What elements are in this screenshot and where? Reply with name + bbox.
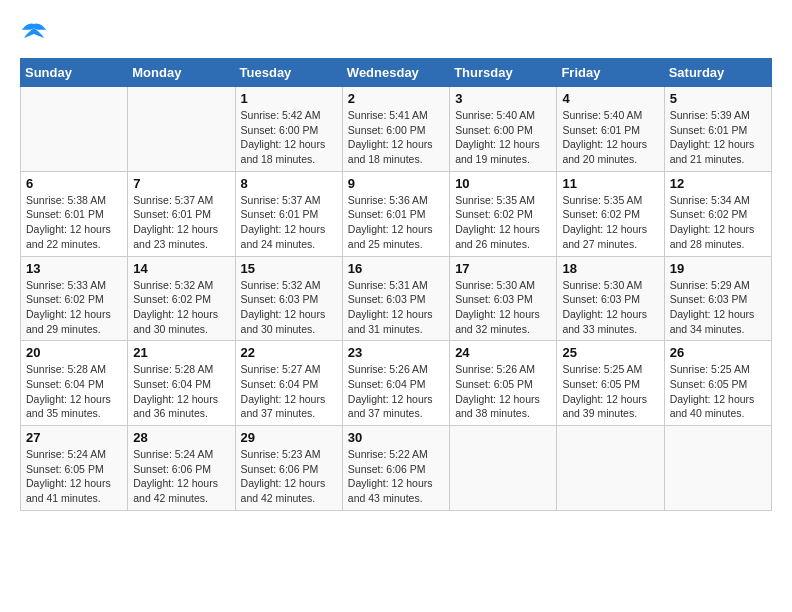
calendar-empty-cell — [450, 426, 557, 511]
calendar-day-cell: 2Sunrise: 5:41 AM Sunset: 6:00 PM Daylig… — [342, 87, 449, 172]
day-number: 8 — [241, 176, 337, 191]
day-info: Sunrise: 5:32 AM Sunset: 6:03 PM Dayligh… — [241, 278, 337, 337]
calendar-day-cell: 8Sunrise: 5:37 AM Sunset: 6:01 PM Daylig… — [235, 171, 342, 256]
day-info: Sunrise: 5:34 AM Sunset: 6:02 PM Dayligh… — [670, 193, 766, 252]
calendar-day-cell: 17Sunrise: 5:30 AM Sunset: 6:03 PM Dayli… — [450, 256, 557, 341]
day-number: 26 — [670, 345, 766, 360]
day-info: Sunrise: 5:28 AM Sunset: 6:04 PM Dayligh… — [26, 362, 122, 421]
day-info: Sunrise: 5:30 AM Sunset: 6:03 PM Dayligh… — [455, 278, 551, 337]
day-number: 4 — [562, 91, 658, 106]
day-number: 30 — [348, 430, 444, 445]
day-number: 27 — [26, 430, 122, 445]
day-number: 25 — [562, 345, 658, 360]
weekday-header-saturday: Saturday — [664, 59, 771, 87]
day-number: 1 — [241, 91, 337, 106]
day-info: Sunrise: 5:39 AM Sunset: 6:01 PM Dayligh… — [670, 108, 766, 167]
day-info: Sunrise: 5:40 AM Sunset: 6:00 PM Dayligh… — [455, 108, 551, 167]
day-info: Sunrise: 5:29 AM Sunset: 6:03 PM Dayligh… — [670, 278, 766, 337]
day-number: 11 — [562, 176, 658, 191]
calendar-day-cell: 12Sunrise: 5:34 AM Sunset: 6:02 PM Dayli… — [664, 171, 771, 256]
day-info: Sunrise: 5:26 AM Sunset: 6:04 PM Dayligh… — [348, 362, 444, 421]
calendar-week-row: 1Sunrise: 5:42 AM Sunset: 6:00 PM Daylig… — [21, 87, 772, 172]
calendar-day-cell: 10Sunrise: 5:35 AM Sunset: 6:02 PM Dayli… — [450, 171, 557, 256]
day-number: 16 — [348, 261, 444, 276]
day-info: Sunrise: 5:35 AM Sunset: 6:02 PM Dayligh… — [455, 193, 551, 252]
day-number: 3 — [455, 91, 551, 106]
day-number: 18 — [562, 261, 658, 276]
day-info: Sunrise: 5:33 AM Sunset: 6:02 PM Dayligh… — [26, 278, 122, 337]
day-info: Sunrise: 5:27 AM Sunset: 6:04 PM Dayligh… — [241, 362, 337, 421]
calendar-table: SundayMondayTuesdayWednesdayThursdayFrid… — [20, 58, 772, 511]
day-info: Sunrise: 5:40 AM Sunset: 6:01 PM Dayligh… — [562, 108, 658, 167]
calendar-week-row: 13Sunrise: 5:33 AM Sunset: 6:02 PM Dayli… — [21, 256, 772, 341]
weekday-header-row: SundayMondayTuesdayWednesdayThursdayFrid… — [21, 59, 772, 87]
calendar-day-cell: 29Sunrise: 5:23 AM Sunset: 6:06 PM Dayli… — [235, 426, 342, 511]
logo — [20, 20, 52, 42]
day-info: Sunrise: 5:26 AM Sunset: 6:05 PM Dayligh… — [455, 362, 551, 421]
day-number: 13 — [26, 261, 122, 276]
day-info: Sunrise: 5:37 AM Sunset: 6:01 PM Dayligh… — [133, 193, 229, 252]
calendar-day-cell: 21Sunrise: 5:28 AM Sunset: 6:04 PM Dayli… — [128, 341, 235, 426]
weekday-header-friday: Friday — [557, 59, 664, 87]
day-info: Sunrise: 5:35 AM Sunset: 6:02 PM Dayligh… — [562, 193, 658, 252]
calendar-day-cell: 22Sunrise: 5:27 AM Sunset: 6:04 PM Dayli… — [235, 341, 342, 426]
calendar-day-cell: 3Sunrise: 5:40 AM Sunset: 6:00 PM Daylig… — [450, 87, 557, 172]
calendar-day-cell: 24Sunrise: 5:26 AM Sunset: 6:05 PM Dayli… — [450, 341, 557, 426]
calendar-day-cell: 1Sunrise: 5:42 AM Sunset: 6:00 PM Daylig… — [235, 87, 342, 172]
calendar-empty-cell — [664, 426, 771, 511]
day-info: Sunrise: 5:25 AM Sunset: 6:05 PM Dayligh… — [562, 362, 658, 421]
day-info: Sunrise: 5:30 AM Sunset: 6:03 PM Dayligh… — [562, 278, 658, 337]
calendar-day-cell: 20Sunrise: 5:28 AM Sunset: 6:04 PM Dayli… — [21, 341, 128, 426]
day-number: 2 — [348, 91, 444, 106]
day-number: 29 — [241, 430, 337, 445]
calendar-day-cell: 13Sunrise: 5:33 AM Sunset: 6:02 PM Dayli… — [21, 256, 128, 341]
day-info: Sunrise: 5:24 AM Sunset: 6:05 PM Dayligh… — [26, 447, 122, 506]
calendar-week-row: 6Sunrise: 5:38 AM Sunset: 6:01 PM Daylig… — [21, 171, 772, 256]
day-info: Sunrise: 5:42 AM Sunset: 6:00 PM Dayligh… — [241, 108, 337, 167]
calendar-day-cell: 15Sunrise: 5:32 AM Sunset: 6:03 PM Dayli… — [235, 256, 342, 341]
calendar-day-cell: 23Sunrise: 5:26 AM Sunset: 6:04 PM Dayli… — [342, 341, 449, 426]
day-number: 5 — [670, 91, 766, 106]
day-number: 6 — [26, 176, 122, 191]
day-number: 15 — [241, 261, 337, 276]
day-number: 23 — [348, 345, 444, 360]
day-number: 10 — [455, 176, 551, 191]
day-number: 20 — [26, 345, 122, 360]
calendar-empty-cell — [21, 87, 128, 172]
calendar-day-cell: 19Sunrise: 5:29 AM Sunset: 6:03 PM Dayli… — [664, 256, 771, 341]
calendar-day-cell: 5Sunrise: 5:39 AM Sunset: 6:01 PM Daylig… — [664, 87, 771, 172]
calendar-day-cell: 4Sunrise: 5:40 AM Sunset: 6:01 PM Daylig… — [557, 87, 664, 172]
day-number: 24 — [455, 345, 551, 360]
day-info: Sunrise: 5:36 AM Sunset: 6:01 PM Dayligh… — [348, 193, 444, 252]
calendar-day-cell: 16Sunrise: 5:31 AM Sunset: 6:03 PM Dayli… — [342, 256, 449, 341]
day-number: 7 — [133, 176, 229, 191]
calendar-day-cell: 25Sunrise: 5:25 AM Sunset: 6:05 PM Dayli… — [557, 341, 664, 426]
page-header — [20, 20, 772, 42]
calendar-day-cell: 6Sunrise: 5:38 AM Sunset: 6:01 PM Daylig… — [21, 171, 128, 256]
day-info: Sunrise: 5:41 AM Sunset: 6:00 PM Dayligh… — [348, 108, 444, 167]
weekday-header-wednesday: Wednesday — [342, 59, 449, 87]
calendar-day-cell: 9Sunrise: 5:36 AM Sunset: 6:01 PM Daylig… — [342, 171, 449, 256]
calendar-day-cell: 11Sunrise: 5:35 AM Sunset: 6:02 PM Dayli… — [557, 171, 664, 256]
calendar-day-cell: 28Sunrise: 5:24 AM Sunset: 6:06 PM Dayli… — [128, 426, 235, 511]
day-number: 28 — [133, 430, 229, 445]
weekday-header-tuesday: Tuesday — [235, 59, 342, 87]
logo-bird-icon — [20, 20, 48, 42]
calendar-day-cell: 27Sunrise: 5:24 AM Sunset: 6:05 PM Dayli… — [21, 426, 128, 511]
day-number: 22 — [241, 345, 337, 360]
day-info: Sunrise: 5:37 AM Sunset: 6:01 PM Dayligh… — [241, 193, 337, 252]
day-info: Sunrise: 5:22 AM Sunset: 6:06 PM Dayligh… — [348, 447, 444, 506]
calendar-week-row: 27Sunrise: 5:24 AM Sunset: 6:05 PM Dayli… — [21, 426, 772, 511]
calendar-empty-cell — [128, 87, 235, 172]
weekday-header-monday: Monday — [128, 59, 235, 87]
weekday-header-thursday: Thursday — [450, 59, 557, 87]
calendar-empty-cell — [557, 426, 664, 511]
calendar-day-cell: 30Sunrise: 5:22 AM Sunset: 6:06 PM Dayli… — [342, 426, 449, 511]
day-number: 21 — [133, 345, 229, 360]
day-number: 17 — [455, 261, 551, 276]
day-number: 14 — [133, 261, 229, 276]
weekday-header-sunday: Sunday — [21, 59, 128, 87]
calendar-day-cell: 7Sunrise: 5:37 AM Sunset: 6:01 PM Daylig… — [128, 171, 235, 256]
day-info: Sunrise: 5:24 AM Sunset: 6:06 PM Dayligh… — [133, 447, 229, 506]
day-number: 12 — [670, 176, 766, 191]
